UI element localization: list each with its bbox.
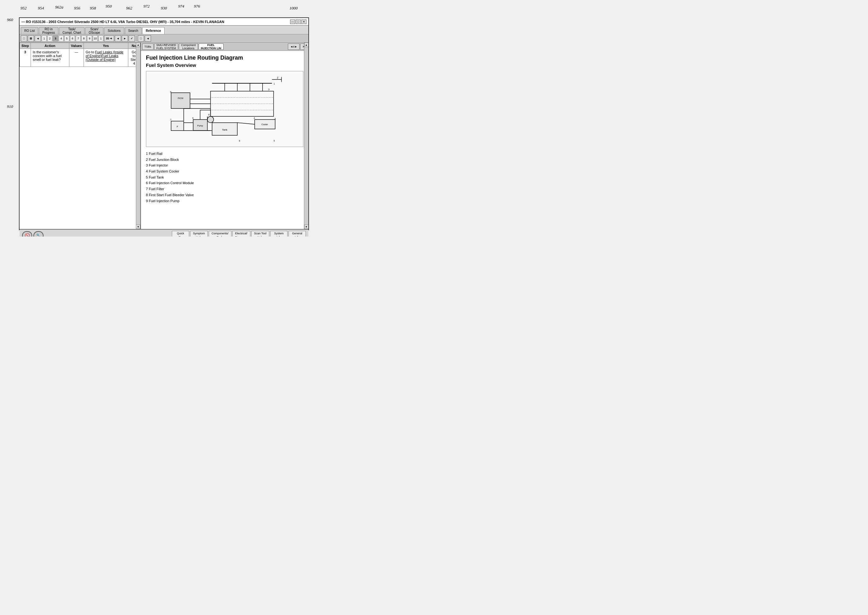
bottom-tabs: QuickFix SymptomHelp Components/Tools El… xyxy=(172,231,306,237)
svg-text:F: F xyxy=(176,125,178,128)
toolbar-step-4[interactable]: 4 xyxy=(59,35,64,42)
col-action: Action xyxy=(31,43,69,49)
ref-956: 956 xyxy=(74,6,80,11)
toolbar-right-doc[interactable]: □ xyxy=(138,35,144,42)
svg-text:FICM: FICM xyxy=(178,97,183,99)
svg-text:5: 5 xyxy=(273,140,274,142)
tab-scan-tool-help[interactable]: Scan ToolHelp xyxy=(251,231,269,237)
toolbar-doc-icon[interactable]: □ xyxy=(21,35,27,42)
right-tab-tsbs[interactable]: TSBs xyxy=(142,44,154,50)
tab-system-info[interactable]: SystemInfo xyxy=(270,231,288,237)
right-toolbar: TSBs SMU-REVISEDFUEL SYSTEM ComponentLoc… xyxy=(141,42,309,51)
title-bar: — RO #153136 - 2003 Chevrolet Silverado … xyxy=(20,18,309,25)
close-button[interactable]: ✕ xyxy=(301,20,307,24)
toolbar-next[interactable]: ► xyxy=(122,35,128,42)
toolbar-step-5[interactable]: 5 xyxy=(64,35,69,42)
bottom-icon-2[interactable]: 🔧 xyxy=(33,231,44,237)
scroll-up-btn[interactable]: ▲ xyxy=(136,42,140,47)
ref-910: 910 xyxy=(7,104,13,109)
right-tab-smu-fuel[interactable]: SMU-REVISEDFUEL SYSTEM xyxy=(154,44,178,50)
part-7: 7 Fuel Filter xyxy=(146,186,303,192)
part-5: 5 Fuel Tank xyxy=(146,175,303,180)
svg-text:Cooler: Cooler xyxy=(261,123,268,125)
part-4: 4 Fuel System Cooler xyxy=(146,169,303,175)
tab-reference[interactable]: Reference xyxy=(142,27,164,34)
part-6: 6 Fuel Injection Control Module xyxy=(146,180,303,186)
tab-scan-oscope[interactable]: Scan/OScope xyxy=(85,27,103,34)
toolbar-step-6[interactable]: 6 xyxy=(70,35,75,42)
step-values: — xyxy=(69,49,84,67)
main-toolbar: □ ⊞ ◄ 1 2 3 4 5 6 7 8 9 10 1 35 ➜ ◄ ► ✓ … xyxy=(20,34,309,42)
col-values: Values xyxy=(69,43,84,49)
right-scroll-down[interactable]: ▼ xyxy=(304,225,309,229)
part-9: 9 Fuel Injection Pump xyxy=(146,198,303,204)
svg-point-31 xyxy=(207,116,213,123)
col-step: Step xyxy=(20,43,31,49)
svg-text:1: 1 xyxy=(273,83,274,85)
ref-1000: 1000 xyxy=(290,6,298,11)
svg-text:9: 9 xyxy=(192,117,193,119)
ref-972: 972 xyxy=(143,4,150,9)
toolbar-step-1[interactable]: 1 xyxy=(42,35,47,42)
toolbar-step-2[interactable]: 2 xyxy=(47,35,52,42)
toolbar-step-1b[interactable]: 1 xyxy=(98,35,103,42)
toolbar-step-35[interactable]: 35 ➜ xyxy=(104,35,114,42)
ref-main-title: Fuel Injection Line Routing Diagram xyxy=(146,55,303,61)
toolbar-step-3[interactable]: 3 xyxy=(53,35,58,42)
svg-text:3: 3 xyxy=(268,88,269,91)
tab-ro-in-progress[interactable]: RO inProgress xyxy=(39,27,58,34)
main-window: — RO #153136 - 2003 Chevrolet Silverado … xyxy=(19,17,309,230)
tab-components-tools[interactable]: Components/Tools xyxy=(209,231,231,237)
toolbar-step-10[interactable]: 10 xyxy=(93,35,98,42)
tab-general-info[interactable]: GeneralInfo xyxy=(288,231,306,237)
toolbar-separator xyxy=(136,36,137,41)
toolbar-step-8[interactable]: 8 xyxy=(81,35,86,42)
table-row: 3 Is the customer's concern with a fuel … xyxy=(20,49,140,67)
ref-930: 930 xyxy=(161,6,167,11)
toolbar-check[interactable]: ✓ xyxy=(129,35,135,42)
title-bar-text: — RO #153136 - 2003 Chevrolet Silverado … xyxy=(22,20,224,23)
scroll-down-btn[interactable]: ▼ xyxy=(136,225,140,229)
right-tab-component-loc[interactable]: ComponentLocations xyxy=(179,44,198,50)
toolbar-nav-icon[interactable]: ⊞ xyxy=(28,35,34,42)
right-scrollbar[interactable]: ▲ ▼ xyxy=(304,42,309,229)
svg-text:8: 8 xyxy=(208,114,209,116)
toolbar-step-7[interactable]: 7 xyxy=(76,35,81,42)
left-scrollbar[interactable]: ▲ ▼ xyxy=(136,42,140,229)
minimize-button[interactable]: — xyxy=(290,20,295,24)
left-pane: Step Action Values Yes No 3 Is the custo… xyxy=(20,42,141,229)
part-1: 1 Fuel Rail xyxy=(146,151,303,157)
tab-bar: RO List RO inProgress Task/Compl. Chart … xyxy=(20,25,309,34)
right-tab-nav-prev[interactable]: ◄4► xyxy=(288,44,299,50)
step-number: 3 xyxy=(20,49,31,67)
ref-952: 952 xyxy=(20,6,27,11)
tab-symptom-help[interactable]: SymptomHelp xyxy=(190,231,208,237)
toolbar-back-btn[interactable]: ◄ xyxy=(35,35,41,42)
tab-solutions[interactable]: Solutions xyxy=(104,27,124,34)
parts-list: 1 Fuel Rail 2 Fuel Junction Block 3 Fuel… xyxy=(146,151,303,204)
right-scroll-up[interactable]: ▲ xyxy=(304,42,309,47)
right-tab-fuel-inj-line[interactable]: FUELINJECTION LIN xyxy=(199,44,224,50)
tab-search[interactable]: Search xyxy=(125,27,142,34)
part-3: 3 Fuel Injector xyxy=(146,162,303,169)
maximize-button[interactable]: □ xyxy=(296,20,301,24)
ref-974: 974 xyxy=(178,4,184,9)
tab-ro-list[interactable]: RO List xyxy=(21,27,38,34)
right-pane: TSBs SMU-REVISEDFUEL SYSTEM ComponentLoc… xyxy=(141,42,309,229)
ref-954: 954 xyxy=(38,6,44,11)
svg-rect-14 xyxy=(171,93,190,108)
content-area: Step Action Values Yes No 3 Is the custo… xyxy=(20,42,309,229)
bottom-icon-1[interactable]: 🚫 xyxy=(22,231,32,237)
toolbar-right-back[interactable]: ◄ xyxy=(145,35,151,42)
fuel-diagram-svg: 2 1 3 xyxy=(149,74,301,143)
tab-quick-fix[interactable]: QuickFix xyxy=(172,231,189,237)
part-8: 8 First Start Fuel Bleeder Valve xyxy=(146,192,303,198)
toolbar-step-9[interactable]: 9 xyxy=(87,35,92,42)
title-bar-controls: — □ ✕ xyxy=(290,20,307,24)
tab-electrical-diagrams[interactable]: Electrical/Diagrams xyxy=(232,231,250,237)
svg-text:Pump: Pump xyxy=(197,125,203,127)
toolbar-prev[interactable]: ◄ xyxy=(115,35,121,42)
ref-950: 950 xyxy=(106,4,112,9)
step-yes: Go to Fuel Leaks (Inside of Engine)Fuel … xyxy=(84,49,128,67)
tab-task-compl-chart[interactable]: Task/Compl. Chart xyxy=(59,27,84,34)
